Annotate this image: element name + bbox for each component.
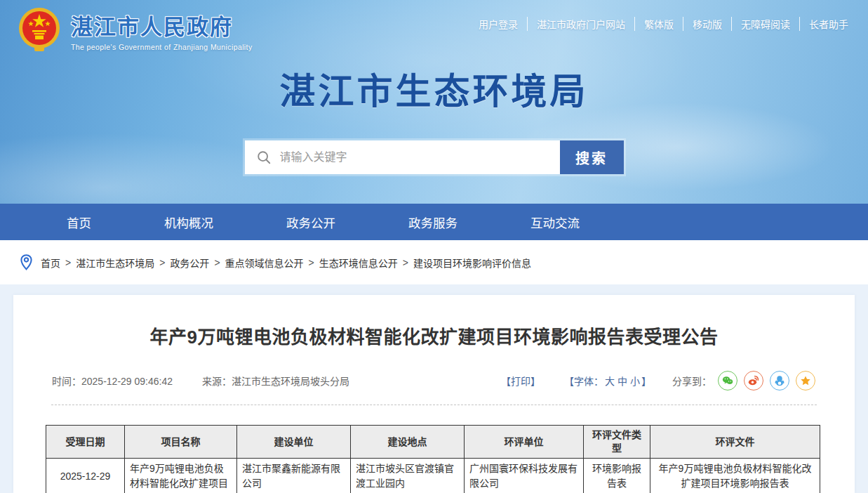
toplink-traditional-chinese[interactable]: 繁体版 — [634, 17, 683, 31]
cell-eia-agency: 广州国寰环保科技发展有限公司 — [465, 459, 584, 493]
crumb-home[interactable]: 首页 — [41, 256, 60, 270]
table-header-row: 受理日期 项目名称 建设单位 建设地点 环评单位 环评文件类型 环评文件 — [46, 426, 820, 459]
source: 来源：湛江市生态环境局坡头分局 — [202, 376, 349, 387]
qq-share-icon[interactable] — [770, 371, 789, 390]
col-header-construction-site: 建设地点 — [351, 426, 465, 459]
cell-construction-site: 湛江市坡头区官渡镇官渡工业园内 — [351, 459, 465, 493]
government-logo[interactable]: 湛江市人民政府 The people's Government of Zhanj… — [17, 7, 253, 53]
top-bar: 湛江市人民政府 The people's Government of Zhanj… — [0, 0, 868, 53]
crumb-separator: > — [65, 257, 71, 268]
crumb-eco-env-info[interactable]: 生态环境信息公开 — [319, 256, 398, 270]
crumb-separator: > — [214, 257, 220, 268]
search-bar: 搜索 — [245, 140, 624, 174]
col-header-eia-agency: 环评单位 — [465, 426, 584, 459]
col-header-eia-document: 环评文件 — [650, 426, 820, 459]
article-title: 年产9万吨锂电池负极材料智能化改扩建项目环境影响报告表受理公告 — [46, 324, 822, 350]
font-label-close: 】 — [641, 376, 651, 387]
cell-eia-document: 年产9万吨锂电池负极材料智能化改扩建项目环境影响报告表 — [650, 459, 820, 493]
site-name: 湛江市人民政府 — [71, 9, 253, 41]
weibo-share-icon[interactable] — [744, 371, 763, 390]
crumb-eia-info[interactable]: 建设项目环境影响评价信息 — [413, 256, 531, 270]
search-input[interactable] — [245, 140, 560, 174]
page: 湛江市人民政府 The people's Government of Zhanj… — [0, 0, 868, 493]
font-label-open: 【字体： — [564, 376, 603, 387]
crumb-separator: > — [309, 257, 314, 268]
nav-item-interaction[interactable]: 互动交流 — [530, 213, 580, 231]
main-nav: 首页 机构概况 政务公开 政务服务 互动交流 — [0, 204, 868, 240]
article-meta: 时间：2025-12-29 09:46:42 来源：湛江市生态环境局坡头分局 【… — [46, 371, 822, 390]
print-button[interactable]: 【打印】 — [501, 374, 540, 388]
publish-time: 时间：2025-12-29 09:46:42 — [52, 376, 173, 387]
page-body: 年产9万吨锂电池负极材料智能化改扩建项目环境影响报告表受理公告 时间：2025-… — [0, 284, 868, 493]
divider — [51, 405, 817, 405]
brand-text: 湛江市人民政府 The people's Government of Zhanj… — [71, 9, 253, 51]
meta-left: 时间：2025-12-29 09:46:42 来源：湛江市生态环境局坡头分局 — [52, 374, 376, 388]
utility-nav: 用户登录 湛江市政府门户网站 繁体版 移动版 无障碍阅读 长者助手 — [469, 17, 848, 31]
font-size-control: 【字体：大中小】 — [564, 374, 651, 388]
font-size-medium[interactable]: 中 — [617, 376, 627, 387]
share-label: 分享到： — [672, 374, 712, 388]
national-emblem-icon — [17, 7, 62, 53]
crumb-separator: > — [403, 257, 408, 268]
favorite-star-share-icon[interactable] — [796, 371, 815, 390]
toplink-portal-site[interactable]: 湛江市政府门户网站 — [527, 17, 634, 31]
site-name-en: The people's Government of Zhanjiang Mun… — [71, 43, 253, 51]
cell-acceptance-date: 2025-12-29 — [46, 459, 125, 493]
search-icon — [256, 150, 272, 165]
col-header-acceptance-date: 受理日期 — [46, 426, 125, 459]
breadcrumb: 首页 > 湛江市生态环境局 > 政务公开 > 重点领域信息公开 > 生态环境信息… — [0, 240, 868, 284]
toplink-user-login[interactable]: 用户登录 — [469, 17, 527, 31]
cell-project-name: 年产9万吨锂电池负极材料智能化改扩建项目 — [125, 459, 237, 493]
site-header: 湛江市人民政府 The people's Government of Zhanj… — [0, 0, 868, 204]
crumb-bureau[interactable]: 湛江市生态环境局 — [76, 256, 154, 270]
crumb-key-areas[interactable]: 重点领域信息公开 — [225, 256, 304, 270]
crumb-separator: > — [159, 257, 165, 268]
col-header-construction-unit: 建设单位 — [237, 426, 351, 459]
font-size-small[interactable]: 小 — [630, 376, 640, 387]
col-header-eia-doc-type: 环评文件类型 — [584, 426, 650, 459]
nav-item-home[interactable]: 首页 — [67, 213, 91, 231]
col-header-project-name: 项目名称 — [125, 426, 237, 459]
cell-construction-unit: 湛江市聚鑫新能源有限公司 — [237, 459, 351, 493]
nav-item-gov-disclosure[interactable]: 政务公开 — [286, 213, 335, 231]
table-row: 2025-12-29 年产9万吨锂电池负极材料智能化改扩建项目 湛江市聚鑫新能源… — [46, 459, 820, 493]
search-button[interactable]: 搜索 — [560, 140, 624, 174]
content-card: 年产9万吨锂电池负极材料智能化改扩建项目环境影响报告表受理公告 时间：2025-… — [13, 295, 855, 493]
toplink-accessibility[interactable]: 无障碍阅读 — [731, 17, 799, 31]
toplink-senior-assistant[interactable]: 长者助手 — [799, 17, 848, 31]
font-size-large[interactable]: 大 — [605, 376, 615, 387]
nav-item-agency-overview[interactable]: 机构概况 — [164, 213, 213, 231]
wechat-share-icon[interactable] — [718, 371, 737, 390]
bureau-title: 湛江市生态环境局 — [0, 63, 868, 114]
meta-right: 【打印】 【字体：大中小】 分享到： — [477, 371, 815, 390]
nav-item-gov-services[interactable]: 政务服务 — [408, 213, 458, 231]
cell-eia-doc-type: 环境影响报告表 — [584, 459, 650, 493]
location-pin-icon — [20, 254, 33, 271]
toplink-mobile-version[interactable]: 移动版 — [683, 17, 731, 31]
crumb-gov-disclosure[interactable]: 政务公开 — [170, 256, 209, 270]
eia-acceptance-table: 受理日期 项目名称 建设单位 建设地点 环评单位 环评文件类型 环评文件 202… — [46, 425, 820, 493]
